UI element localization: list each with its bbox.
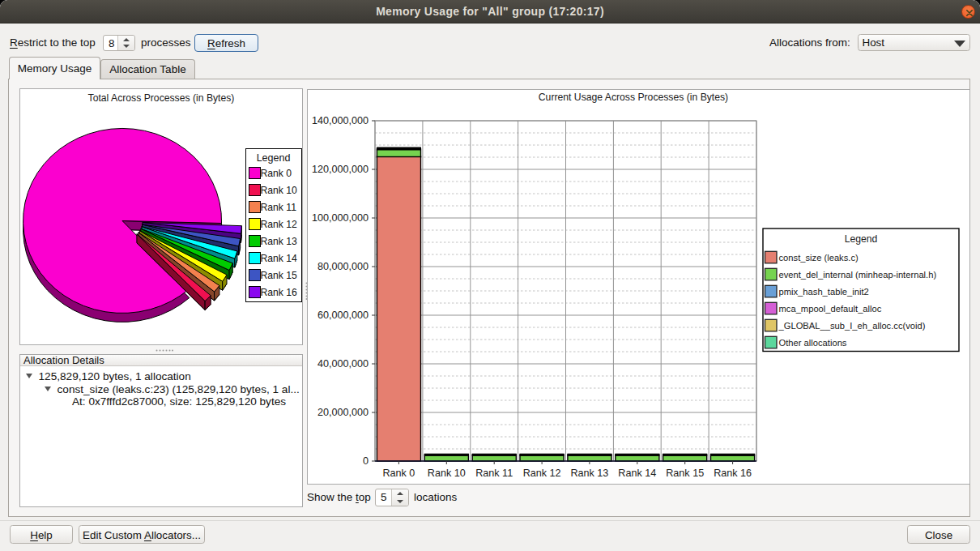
- svg-text:40,000,000: 40,000,000: [317, 358, 369, 369]
- svg-text:Rank 14: Rank 14: [618, 468, 656, 479]
- svg-text:Rank 15: Rank 15: [666, 468, 704, 479]
- svg-text:20,000,000: 20,000,000: [317, 407, 369, 418]
- svg-text:100,000,000: 100,000,000: [312, 212, 369, 224]
- svg-text:0: 0: [363, 455, 369, 467]
- svg-text:Other allocations: Other allocations: [779, 338, 847, 348]
- svg-text:const_size (leaks.c): const_size (leaks.c): [779, 253, 859, 263]
- svg-text:140,000,000: 140,000,000: [312, 115, 369, 126]
- svg-text:Rank 16: Rank 16: [714, 468, 752, 479]
- svg-text:_GLOBAL__sub_I_eh_alloc.cc(voi: _GLOBAL__sub_I_eh_alloc.cc(void): [778, 321, 926, 331]
- svg-text:Rank 12: Rank 12: [523, 468, 561, 479]
- svg-text:Legend: Legend: [845, 233, 878, 245]
- svg-text:Rank 0: Rank 0: [382, 468, 415, 479]
- svg-text:Rank 13: Rank 13: [570, 468, 608, 479]
- svg-text:Rank 11: Rank 11: [475, 468, 513, 479]
- svg-text:60,000,000: 60,000,000: [317, 310, 369, 321]
- svg-text:Rank 10: Rank 10: [428, 468, 466, 479]
- svg-text:Current Usage Across Processes: Current Usage Across Processes (in Bytes…: [539, 92, 728, 103]
- svg-text:pmix_hash_table_init2: pmix_hash_table_init2: [779, 287, 869, 297]
- svg-text:120,000,000: 120,000,000: [312, 164, 369, 175]
- svg-text:mca_mpool_default_alloc: mca_mpool_default_alloc: [779, 304, 882, 314]
- svg-text:event_del_internal (minheap-in: event_del_internal (minheap-internal.h): [779, 270, 937, 280]
- svg-text:80,000,000: 80,000,000: [317, 261, 369, 272]
